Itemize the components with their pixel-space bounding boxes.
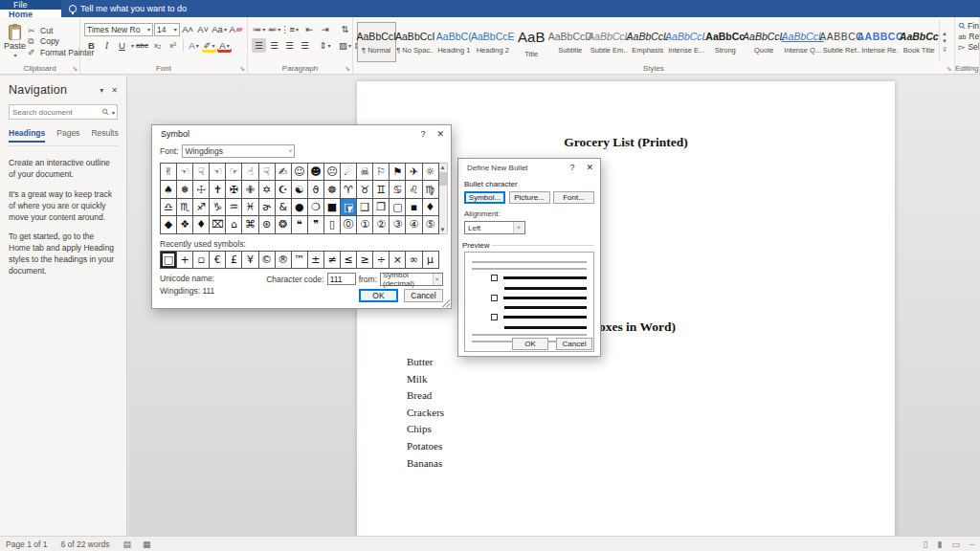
style-chip[interactable]: AaB Title xyxy=(512,22,551,62)
symbol-cell[interactable]: ❖ xyxy=(177,216,193,233)
ok-button[interactable]: OK xyxy=(512,338,548,350)
recent-symbol-cell[interactable]: ≤ xyxy=(341,252,357,269)
recent-symbol-cell[interactable]: © xyxy=(259,252,276,269)
resize-grip[interactable] xyxy=(442,299,450,307)
symbol-cell[interactable]: ⌧ xyxy=(210,216,226,233)
underline-dropdown-icon[interactable]: ▾ xyxy=(131,42,134,49)
symbol-cell[interactable]: ❒ xyxy=(373,199,390,216)
help-icon[interactable]: ? xyxy=(420,129,425,139)
symbol-cell[interactable]: ▯ xyxy=(324,216,341,233)
symbol-cell[interactable]: ☄ xyxy=(341,164,357,181)
style-chip[interactable]: AaBbCcL Intense E... xyxy=(667,22,706,62)
symbol-cell[interactable]: ✈ xyxy=(406,164,422,181)
style-chip[interactable]: AaBbCcI ¶ No Spac... xyxy=(396,22,435,62)
symbol-grid-scrollbar[interactable]: ▲ ▼ xyxy=(439,163,448,234)
symbol-cell[interactable]: ✍ xyxy=(276,164,292,181)
web-layout-icon[interactable]: ▭ xyxy=(951,540,960,549)
styles-scroll-down[interactable]: ▼ xyxy=(942,38,947,44)
shading-button[interactable]: ▨▾ xyxy=(338,38,352,53)
symbol-button[interactable]: Symbol... xyxy=(464,191,505,204)
recent-symbol-cell[interactable]: £ xyxy=(226,252,242,269)
word-count[interactable]: 6 of 22 words xyxy=(60,540,109,549)
symbol-cell[interactable]: ☠ xyxy=(357,164,373,181)
symbol-cell[interactable]: ♌ xyxy=(406,181,422,198)
symbol-cell[interactable]: ♊ xyxy=(373,181,390,198)
navigation-tab[interactable]: Pages xyxy=(56,128,79,143)
grow-font-button[interactable]: A˄ xyxy=(181,22,195,36)
shrink-font-button[interactable]: A˅ xyxy=(196,22,211,36)
bullet-dialog-titlebar[interactable]: Define New Bullet ? ✕ xyxy=(458,159,600,174)
symbol-cell[interactable]: ♍ xyxy=(423,181,439,198)
text-effects-button[interactable]: A▾ xyxy=(187,38,201,53)
cancel-button[interactable]: Cancel xyxy=(556,338,592,350)
multilevel-list-button[interactable]: ⋮≡▾ xyxy=(282,22,297,36)
subscript-button[interactable]: x₂ xyxy=(150,38,165,53)
symbol-cell[interactable]: ♋ xyxy=(390,181,406,198)
bullets-button[interactable]: ≔▾ xyxy=(252,22,266,36)
search-dropdown-icon[interactable]: ▾ xyxy=(112,109,117,116)
symbol-cell[interactable]: ❂ xyxy=(276,216,292,233)
symbol-cell[interactable]: ☝ xyxy=(242,164,258,181)
scroll-down-icon[interactable]: ▼ xyxy=(440,227,446,232)
style-chip[interactable]: AABBCC Intense Re... xyxy=(861,22,901,62)
symbol-cell[interactable]: ♦ xyxy=(423,199,439,216)
symbol-cell[interactable]: ✙ xyxy=(242,181,258,198)
underline-button[interactable]: U xyxy=(115,38,129,53)
font-name-combo[interactable]: Times New Ro▾ xyxy=(84,23,153,36)
proofing-icon[interactable]: ▤ xyxy=(123,540,132,549)
symbol-cell[interactable]: ☯ xyxy=(292,181,308,198)
style-chip[interactable]: AaBbCcE Heading 2 xyxy=(474,22,513,62)
character-code-input[interactable] xyxy=(327,273,356,285)
decrease-indent-button[interactable]: ⇤ xyxy=(302,22,317,36)
symbol-cell[interactable]: ⌂ xyxy=(226,216,242,233)
page-count[interactable]: Page 1 of 1 xyxy=(6,540,47,549)
symbol-cell[interactable]: ◆ xyxy=(161,216,177,233)
style-chip[interactable]: AaBbCc Strong xyxy=(706,22,746,62)
recent-symbol-cell[interactable]: ® xyxy=(276,252,292,269)
select-button[interactable]: ▻ Select xyxy=(959,42,976,52)
italic-button[interactable]: I xyxy=(100,38,114,53)
symbol-cell[interactable]: ♎ xyxy=(161,199,177,216)
recent-symbol-cell[interactable]: ¥ xyxy=(242,252,258,269)
accessibility-icon[interactable]: ▦ xyxy=(143,540,151,549)
recent-symbol-cell[interactable]: ≠ xyxy=(324,252,341,269)
alignment-select[interactable]: Left ˅ xyxy=(464,221,525,234)
symbol-cell[interactable]: ⓪ xyxy=(341,216,357,233)
symbol-cell[interactable]: ❍ xyxy=(308,199,324,216)
numbering-button[interactable]: ≕▾ xyxy=(267,22,281,36)
styles-scroll-up[interactable]: ▲ xyxy=(942,31,947,36)
symbol-cell[interactable]: ✝ xyxy=(210,181,226,198)
symbol-cell[interactable]: ☞ xyxy=(226,164,242,181)
style-chip[interactable]: AaBbCcL Emphasis xyxy=(629,22,668,62)
style-chip[interactable]: AABBCC Subtle Ref... xyxy=(822,22,861,62)
zoom-out-icon[interactable]: – xyxy=(969,540,974,549)
symbol-cell[interactable]: ② xyxy=(373,216,390,233)
sort-button[interactable]: ⇅ xyxy=(338,22,352,36)
symbol-cell[interactable]: ♦ xyxy=(193,216,210,233)
symbol-cell[interactable]: ⌘ xyxy=(242,216,258,233)
recent-symbol-cell[interactable]: µ xyxy=(423,252,439,269)
ok-button[interactable]: OK xyxy=(359,289,398,302)
symbol-cell[interactable]: ♒ xyxy=(226,199,242,216)
ribbon-tab[interactable]: File xyxy=(0,0,61,10)
symbol-cell[interactable]: ☻ xyxy=(308,164,324,181)
styles-dialog-launcher[interactable]: ⇘ xyxy=(947,65,952,73)
symbol-cell[interactable]: ⚑ xyxy=(390,164,406,181)
symbol-cell[interactable]: ☼ xyxy=(423,164,439,181)
style-chip[interactable]: AaBbCcL Subtle Em... xyxy=(590,22,629,62)
style-chip[interactable]: AaBbCcL Intense Q... xyxy=(784,22,823,62)
symbol-font-combo[interactable]: Wingdings ˅ xyxy=(182,144,295,158)
symbol-cell[interactable]: ♑ xyxy=(210,199,226,216)
symbol-cell[interactable]: ▪ xyxy=(406,199,422,216)
symbol-cell[interactable]: ❞ xyxy=(308,216,324,233)
symbol-cell[interactable]: ☜ xyxy=(210,164,226,181)
symbol-cell[interactable]: ϑ xyxy=(308,181,324,198)
navigation-search-box[interactable]: ⚲ ▾ xyxy=(9,104,118,120)
symbol-cell[interactable]: ❑ xyxy=(357,199,373,216)
scroll-thumb[interactable] xyxy=(439,172,447,186)
symbol-cell[interactable]: ♈ xyxy=(341,181,357,198)
increase-indent-button[interactable]: ⇥ xyxy=(318,22,332,36)
symbol-cell[interactable]: ☹ xyxy=(324,164,341,181)
align-right-button[interactable]: ☰ xyxy=(282,38,297,53)
symbol-cell[interactable]: ☟ xyxy=(193,164,210,181)
